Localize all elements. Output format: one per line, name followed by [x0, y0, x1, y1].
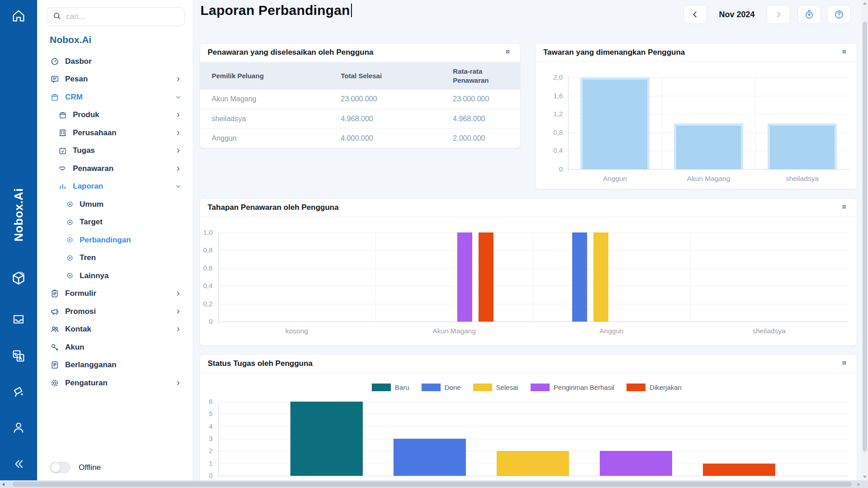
bar[interactable]	[703, 464, 775, 476]
prev-month-button[interactable]	[683, 5, 707, 24]
vertical-scrollbar[interactable]	[862, 0, 868, 480]
sidebar-item-label: Dasbor	[65, 57, 92, 66]
scroll-up-arrow[interactable]	[863, 2, 867, 5]
chevron-right-icon	[175, 290, 182, 297]
home-icon[interactable]	[11, 8, 26, 24]
offline-toggle[interactable]	[50, 462, 71, 473]
sidebar-item-pesan[interactable]: Pesan	[37, 71, 193, 89]
expand-icon[interactable]	[841, 360, 849, 368]
x-axis-label: Akun Magang	[662, 175, 755, 183]
bar[interactable]	[674, 123, 743, 170]
legend-item[interactable]: Done	[422, 384, 461, 391]
x-axis-label: Akun Magang	[375, 327, 533, 335]
bar[interactable]	[394, 439, 466, 476]
value-cell: 4.968.000	[341, 115, 453, 123]
y-tick-label: 1,2	[536, 110, 563, 118]
collapse-sidebar-icon[interactable]	[12, 457, 25, 471]
translate-icon[interactable]	[11, 349, 26, 363]
sidebar-item-tugas[interactable]: Tugas	[37, 142, 193, 160]
calendar-icon	[58, 147, 67, 155]
timer-button[interactable]	[797, 5, 821, 24]
value-cell: 4.000.000	[341, 134, 453, 142]
chevron-right-icon	[175, 76, 182, 83]
sidebar-item-umum[interactable]: Umum	[37, 195, 193, 213]
bar[interactable]	[290, 402, 363, 476]
sidebar-item-kontak[interactable]: Kontak	[37, 321, 193, 339]
sidebar-item-pengaturan[interactable]: Pengaturan	[37, 374, 193, 392]
inbox-icon[interactable]	[12, 313, 25, 326]
expand-icon[interactable]	[841, 49, 849, 57]
legend-item[interactable]: Dikerjakan	[626, 384, 682, 391]
bar[interactable]	[768, 123, 837, 170]
key-icon	[50, 343, 59, 352]
document-icon	[50, 360, 59, 370]
user-icon[interactable]	[12, 421, 25, 434]
legend-item[interactable]: Pengiriman Berhasil	[531, 384, 614, 391]
vertical-scroll-thumb[interactable]	[863, 22, 867, 451]
horizontal-scroll-thumb[interactable]	[13, 482, 852, 487]
scroll-left-arrow[interactable]	[2, 483, 5, 486]
category-separator	[690, 232, 691, 322]
sidebar-item-formulir[interactable]: Formulir	[37, 285, 193, 303]
help-button[interactable]	[827, 5, 851, 24]
sidebar-item-produk[interactable]: Produk	[37, 106, 193, 124]
sidebar-brand: Nobox.Ai	[50, 34, 91, 45]
building-icon	[58, 128, 67, 137]
owner-cell: Anggun	[200, 134, 341, 142]
legend-swatch	[372, 384, 391, 391]
bag-icon	[50, 93, 59, 102]
table-row[interactable]: Anggun4.000.0002.000.000	[200, 129, 520, 149]
y-tick-label: 1	[200, 460, 213, 467]
bar[interactable]	[479, 232, 493, 322]
sidebar-item-promosi[interactable]: Promosi	[37, 303, 193, 321]
chevron-right-icon	[175, 326, 182, 333]
horizontal-scrollbar[interactable]	[0, 480, 868, 488]
scroll-right-arrow[interactable]	[858, 483, 860, 486]
sidebar-item-penawaran[interactable]: Penawaran	[37, 160, 193, 178]
y-axis-line	[218, 402, 218, 479]
table-row[interactable]: Akun Magang23.000.00023.000.000	[200, 90, 520, 109]
bar[interactable]	[593, 232, 608, 322]
ink-icon[interactable]	[11, 384, 26, 399]
bar[interactable]	[572, 232, 587, 322]
chevron-right-icon	[175, 111, 182, 118]
next-month-button[interactable]	[767, 5, 790, 24]
sidebar-item-akun[interactable]: Akun	[37, 338, 193, 356]
legend-item[interactable]: Selesai	[473, 384, 518, 391]
legend-swatch	[473, 384, 492, 391]
sidebar-item-perusahaan[interactable]: Perusahaan	[37, 124, 193, 142]
gridline	[218, 476, 848, 476]
sidebar-item-tren[interactable]: Tren	[37, 249, 193, 267]
cube-icon[interactable]	[10, 270, 27, 286]
sidebar-item-perbandingan[interactable]: Perbandingan	[37, 231, 193, 249]
sidebar-item-berlangganan[interactable]: Berlangganan	[37, 356, 193, 374]
bar[interactable]	[580, 77, 650, 169]
search-input[interactable]	[66, 12, 179, 21]
date-navigation: Nov 2024	[683, 5, 851, 24]
expand-icon[interactable]	[505, 49, 512, 57]
bar[interactable]	[497, 451, 569, 476]
chevron-right-icon	[175, 379, 182, 387]
owner-cell: Akun Magang	[200, 95, 341, 103]
sidebar-item-crm[interactable]: CRM	[37, 88, 193, 106]
sidebar-item-laporan[interactable]: Laporan	[37, 178, 193, 196]
clipboard-icon	[50, 289, 59, 298]
sidebar-item-label: Pengaturan	[65, 379, 108, 388]
sidebar-item-lainnya[interactable]: Lainnya	[37, 267, 193, 285]
legend-item[interactable]: Baru	[372, 384, 409, 391]
sidebar-item-dasbor[interactable]: Dasbor	[37, 52, 193, 71]
x-axis-label: Anggun	[533, 327, 690, 335]
scroll-down-arrow[interactable]	[863, 476, 867, 478]
y-tick-label: 1,0	[200, 228, 213, 236]
search-box	[47, 7, 185, 26]
card-title: Tawaran yang dimenangkan Pengguna	[543, 48, 685, 57]
y-tick-label: 0,8	[200, 246, 213, 254]
bar[interactable]	[600, 451, 672, 476]
sidebar-item-target[interactable]: Target	[37, 213, 193, 232]
bar[interactable]	[457, 232, 472, 322]
toggle-knob	[51, 463, 60, 472]
value-cell: 4.968.000	[453, 115, 520, 123]
message-icon	[50, 75, 59, 84]
table-row[interactable]: sheiladsya4.968.0004.968.000	[200, 109, 520, 129]
expand-icon[interactable]	[841, 204, 849, 212]
